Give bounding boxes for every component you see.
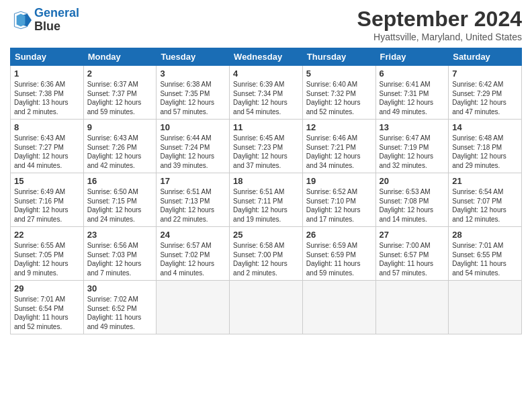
- day-number: 1: [14, 68, 80, 79]
- cell-text: Sunrise: 6:55 AM Sunset: 7:05 PM Dayligh…: [14, 241, 80, 277]
- calendar-cell: 27Sunrise: 7:00 AM Sunset: 6:57 PM Dayli…: [375, 227, 449, 281]
- cell-text: Sunrise: 7:02 AM Sunset: 6:52 PM Dayligh…: [87, 295, 153, 331]
- cell-text: Sunrise: 6:53 AM Sunset: 7:08 PM Dayligh…: [380, 187, 445, 224]
- calendar-cell: [449, 281, 522, 334]
- calendar-cell: 22Sunrise: 6:55 AM Sunset: 7:05 PM Dayli…: [11, 227, 84, 281]
- day-number: 18: [233, 176, 299, 186]
- calendar-cell: 16Sunrise: 6:50 AM Sunset: 7:15 PM Dayli…: [83, 173, 157, 227]
- day-number: 23: [87, 230, 153, 240]
- day-number: 6: [380, 68, 445, 79]
- calendar-cell: 2Sunrise: 6:37 AM Sunset: 7:37 PM Daylig…: [83, 66, 157, 120]
- day-number: 3: [160, 68, 226, 79]
- day-number: 19: [306, 176, 372, 186]
- calendar-cell: 13Sunrise: 6:47 AM Sunset: 7:19 PM Dayli…: [375, 120, 449, 173]
- page-header: General Blue September 2024 Hyattsville,…: [10, 7, 522, 42]
- calendar-table: SundayMondayTuesdayWednesdayThursdayFrid…: [10, 48, 522, 334]
- cell-text: Sunrise: 6:37 AM Sunset: 7:37 PM Dayligh…: [87, 80, 153, 116]
- day-number: 21: [452, 176, 518, 186]
- calendar-cell: 18Sunrise: 6:51 AM Sunset: 7:11 PM Dayli…: [230, 173, 303, 227]
- day-number: 29: [14, 283, 80, 293]
- cell-text: Sunrise: 6:52 AM Sunset: 7:10 PM Dayligh…: [306, 187, 372, 224]
- logo-icon: [10, 9, 32, 31]
- calendar-cell: 23Sunrise: 6:56 AM Sunset: 7:03 PM Dayli…: [83, 227, 157, 281]
- calendar-cell: 24Sunrise: 6:57 AM Sunset: 7:02 PM Dayli…: [157, 227, 230, 281]
- cell-text: Sunrise: 6:46 AM Sunset: 7:21 PM Dayligh…: [306, 134, 372, 170]
- day-number: 7: [452, 68, 518, 79]
- cell-text: Sunrise: 6:48 AM Sunset: 7:18 PM Dayligh…: [452, 134, 518, 170]
- day-number: 10: [160, 122, 226, 132]
- calendar-cell: 8Sunrise: 6:43 AM Sunset: 7:27 PM Daylig…: [11, 120, 84, 173]
- day-number: 24: [160, 230, 226, 240]
- cell-text: Sunrise: 6:47 AM Sunset: 7:19 PM Dayligh…: [380, 134, 445, 170]
- day-number: 13: [380, 122, 445, 132]
- day-number: 5: [306, 68, 372, 79]
- cell-text: Sunrise: 6:56 AM Sunset: 7:03 PM Dayligh…: [87, 241, 153, 277]
- calendar-cell: [230, 281, 303, 334]
- cell-text: Sunrise: 6:57 AM Sunset: 7:02 PM Dayligh…: [160, 241, 226, 277]
- day-number: 12: [306, 122, 372, 132]
- day-number: 2: [87, 68, 153, 79]
- logo: General Blue: [10, 7, 79, 34]
- calendar-cell: [302, 281, 375, 334]
- cell-text: Sunrise: 7:01 AM Sunset: 6:54 PM Dayligh…: [14, 295, 80, 331]
- cell-text: Sunrise: 6:58 AM Sunset: 7:00 PM Dayligh…: [233, 241, 299, 277]
- day-number: 17: [160, 176, 226, 186]
- weekday-header-saturday: Saturday: [449, 48, 522, 66]
- page-container: General Blue September 2024 Hyattsville,…: [0, 0, 532, 341]
- cell-text: Sunrise: 6:44 AM Sunset: 7:24 PM Dayligh…: [160, 134, 226, 170]
- cell-text: Sunrise: 6:54 AM Sunset: 7:07 PM Dayligh…: [452, 187, 518, 224]
- logo-line2: Blue: [34, 19, 60, 33]
- cell-text: Sunrise: 6:41 AM Sunset: 7:31 PM Dayligh…: [380, 80, 445, 116]
- weekday-header-friday: Friday: [375, 48, 449, 66]
- weekday-header-monday: Monday: [83, 48, 157, 66]
- calendar-cell: 25Sunrise: 6:58 AM Sunset: 7:00 PM Dayli…: [230, 227, 303, 281]
- day-number: 16: [87, 176, 153, 186]
- calendar-cell: 6Sunrise: 6:41 AM Sunset: 7:31 PM Daylig…: [375, 66, 449, 120]
- day-number: 30: [87, 283, 153, 293]
- svg-marker-1: [17, 13, 26, 26]
- day-number: 11: [233, 122, 299, 132]
- calendar-cell: 14Sunrise: 6:48 AM Sunset: 7:18 PM Dayli…: [449, 120, 522, 173]
- day-number: 4: [233, 68, 299, 79]
- day-number: 9: [87, 122, 153, 132]
- calendar-cell: 17Sunrise: 6:51 AM Sunset: 7:13 PM Dayli…: [157, 173, 230, 227]
- title-block: September 2024 Hyattsville, Maryland, Un…: [357, 7, 522, 42]
- cell-text: Sunrise: 6:45 AM Sunset: 7:23 PM Dayligh…: [233, 134, 299, 170]
- cell-text: Sunrise: 7:01 AM Sunset: 6:55 PM Dayligh…: [452, 241, 518, 277]
- calendar-cell: [157, 281, 230, 334]
- cell-text: Sunrise: 6:40 AM Sunset: 7:32 PM Dayligh…: [306, 80, 372, 116]
- cell-text: Sunrise: 6:39 AM Sunset: 7:34 PM Dayligh…: [233, 80, 299, 116]
- day-number: 26: [306, 230, 372, 240]
- weekday-header-sunday: Sunday: [11, 48, 84, 66]
- calendar-cell: 28Sunrise: 7:01 AM Sunset: 6:55 PM Dayli…: [449, 227, 522, 281]
- day-number: 25: [233, 230, 299, 240]
- day-number: 8: [14, 122, 80, 132]
- calendar-cell: 26Sunrise: 6:59 AM Sunset: 6:59 PM Dayli…: [302, 227, 375, 281]
- cell-text: Sunrise: 6:43 AM Sunset: 7:27 PM Dayligh…: [14, 134, 80, 170]
- calendar-cell: 3Sunrise: 6:38 AM Sunset: 7:35 PM Daylig…: [157, 66, 230, 120]
- calendar-cell: 11Sunrise: 6:45 AM Sunset: 7:23 PM Dayli…: [230, 120, 303, 173]
- weekday-header-tuesday: Tuesday: [157, 48, 230, 66]
- cell-text: Sunrise: 6:49 AM Sunset: 7:16 PM Dayligh…: [14, 187, 80, 224]
- day-number: 27: [380, 230, 445, 240]
- calendar-cell: 20Sunrise: 6:53 AM Sunset: 7:08 PM Dayli…: [375, 173, 449, 227]
- calendar-cell: 9Sunrise: 6:43 AM Sunset: 7:26 PM Daylig…: [83, 120, 157, 173]
- calendar-cell: 10Sunrise: 6:44 AM Sunset: 7:24 PM Dayli…: [157, 120, 230, 173]
- cell-text: Sunrise: 6:43 AM Sunset: 7:26 PM Dayligh…: [87, 134, 153, 170]
- calendar-cell: 12Sunrise: 6:46 AM Sunset: 7:21 PM Dayli…: [302, 120, 375, 173]
- logo-line1: General: [34, 6, 79, 19]
- calendar-cell: 5Sunrise: 6:40 AM Sunset: 7:32 PM Daylig…: [302, 66, 375, 120]
- calendar-cell: 4Sunrise: 6:39 AM Sunset: 7:34 PM Daylig…: [230, 66, 303, 120]
- day-number: 20: [380, 176, 445, 186]
- weekday-header-wednesday: Wednesday: [230, 48, 303, 66]
- calendar-cell: 29Sunrise: 7:01 AM Sunset: 6:54 PM Dayli…: [11, 281, 84, 334]
- day-number: 28: [452, 230, 518, 240]
- cell-text: Sunrise: 6:50 AM Sunset: 7:15 PM Dayligh…: [87, 187, 153, 224]
- calendar-cell: [375, 281, 449, 334]
- calendar-cell: 15Sunrise: 6:49 AM Sunset: 7:16 PM Dayli…: [11, 173, 84, 227]
- cell-text: Sunrise: 7:00 AM Sunset: 6:57 PM Dayligh…: [380, 241, 445, 277]
- day-number: 15: [14, 176, 80, 186]
- cell-text: Sunrise: 6:36 AM Sunset: 7:38 PM Dayligh…: [14, 80, 80, 116]
- weekday-header-thursday: Thursday: [302, 48, 375, 66]
- cell-text: Sunrise: 6:38 AM Sunset: 7:35 PM Dayligh…: [160, 80, 226, 116]
